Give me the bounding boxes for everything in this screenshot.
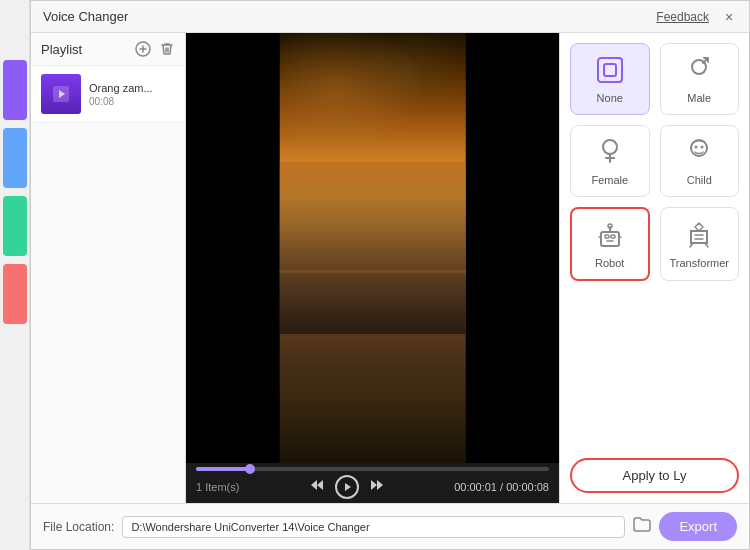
video-player — [186, 33, 559, 463]
sidebar-item-4[interactable] — [3, 264, 27, 324]
robot-icon — [594, 219, 626, 251]
voice-male-label: Male — [687, 92, 711, 104]
svg-rect-9 — [604, 64, 616, 76]
sidebar-item-3[interactable] — [3, 196, 27, 256]
svg-rect-8 — [598, 58, 622, 82]
svg-marker-3 — [311, 480, 317, 490]
none-icon — [594, 54, 626, 86]
sidebar-item-2[interactable] — [3, 128, 27, 188]
title-bar-right: Feedback × — [656, 9, 737, 25]
window-title: Voice Changer — [43, 9, 128, 24]
time-display: 00:00:01 / 00:00:08 — [454, 481, 549, 493]
time-total: 00:00:08 — [506, 481, 549, 493]
file-path-input[interactable] — [122, 516, 625, 538]
voice-option-robot[interactable]: Robot — [570, 207, 650, 281]
voice-option-female[interactable]: Female — [570, 125, 650, 197]
playback-controls — [309, 475, 385, 499]
svg-marker-7 — [377, 480, 383, 490]
svg-rect-16 — [605, 235, 609, 238]
play-button[interactable] — [335, 475, 359, 499]
close-button[interactable]: × — [721, 9, 737, 25]
child-icon — [683, 136, 715, 168]
voice-option-child[interactable]: Child — [660, 125, 740, 197]
sidebar-item-1[interactable] — [3, 60, 27, 120]
apply-button[interactable]: Apply to Ly — [570, 458, 739, 493]
controls-bar: 1 Item(s) — [186, 463, 559, 503]
playlist-header: Playlist — [31, 33, 185, 66]
bottom-bar: File Location: Export — [31, 503, 749, 549]
playlist-icons — [135, 41, 175, 57]
female-icon — [594, 136, 626, 168]
transformer-icon — [683, 219, 715, 251]
water-overlay — [279, 162, 466, 334]
playlist-panel: Playlist — [31, 33, 186, 503]
progress-bar[interactable] — [196, 467, 549, 471]
folder-icon[interactable] — [633, 517, 651, 537]
voice-female-label: Female — [591, 174, 628, 186]
left-sidebar — [0, 0, 30, 550]
voice-none-label: None — [597, 92, 623, 104]
svg-point-14 — [701, 146, 704, 149]
svg-marker-5 — [345, 483, 351, 491]
voice-option-male[interactable]: Male — [660, 43, 740, 115]
forward-button[interactable] — [369, 477, 385, 497]
content-area: Playlist — [31, 33, 749, 503]
controls-row: 1 Item(s) — [196, 475, 549, 499]
male-icon — [683, 54, 715, 86]
title-bar: Voice Changer Feedback × — [31, 1, 749, 33]
rewind-button[interactable] — [309, 477, 325, 497]
video-scene — [186, 33, 559, 463]
feedback-link[interactable]: Feedback — [656, 10, 709, 24]
playlist-item-name: Orang zam... — [89, 82, 175, 94]
svg-marker-4 — [317, 480, 323, 490]
add-to-playlist-icon[interactable] — [135, 41, 151, 57]
export-button[interactable]: Export — [659, 512, 737, 541]
main-window: Voice Changer Feedback × Playlist — [30, 0, 750, 550]
progress-thumb — [245, 464, 255, 474]
playlist-item-duration: 00:08 — [89, 96, 175, 107]
voice-option-transformer[interactable]: Transformer — [660, 207, 740, 281]
time-separator: / — [497, 481, 506, 493]
voice-option-none[interactable]: None — [570, 43, 650, 115]
video-main-content — [279, 33, 466, 463]
delete-playlist-icon[interactable] — [159, 41, 175, 57]
file-location-label: File Location: — [43, 520, 114, 534]
voice-robot-label: Robot — [595, 257, 624, 269]
svg-point-11 — [603, 140, 617, 154]
video-area: 1 Item(s) — [186, 33, 559, 503]
playlist-item[interactable]: Orang zam... 00:08 — [31, 66, 185, 123]
playlist-title: Playlist — [41, 42, 82, 57]
svg-rect-15 — [601, 232, 619, 246]
voice-grid: None Male Female — [570, 43, 739, 281]
voice-child-label: Child — [687, 174, 712, 186]
items-count: 1 Item(s) — [196, 481, 239, 493]
svg-point-13 — [695, 146, 698, 149]
playlist-thumbnail — [41, 74, 81, 114]
svg-rect-17 — [611, 235, 615, 238]
time-current: 00:00:01 — [454, 481, 497, 493]
svg-marker-6 — [371, 480, 377, 490]
voice-transformer-label: Transformer — [670, 257, 730, 269]
voice-panel: None Male Female — [559, 33, 749, 503]
progress-fill — [196, 467, 249, 471]
playlist-item-info: Orang zam... 00:08 — [89, 82, 175, 107]
